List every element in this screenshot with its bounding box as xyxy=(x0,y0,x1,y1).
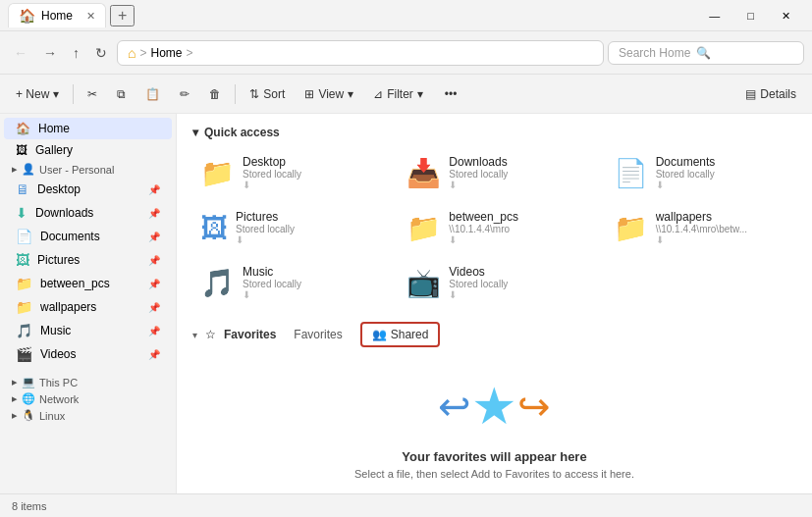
qa-item-info: wallpapers \\10.1.4.4\mro\betw... ⬇ xyxy=(656,210,788,245)
paste-button[interactable]: 📋 xyxy=(137,83,168,105)
refresh-button[interactable]: ↻ xyxy=(89,41,113,65)
sidebar-item-home[interactable]: 🏠 Home xyxy=(4,118,172,139)
qa-item-videos[interactable]: 📺 Videos Stored locally ⬇ xyxy=(399,259,589,306)
fav-arrow-right-icon: ↪ xyxy=(517,384,551,429)
qa-item-documents[interactable]: 📄 Documents Stored locally ⬇ xyxy=(606,149,796,196)
sidebar-item-videos[interactable]: 🎬Videos📌 xyxy=(4,342,172,366)
fav-expand-icon: ▾ xyxy=(192,330,197,340)
sidebar-item-icon: 📁 xyxy=(16,276,32,291)
details-button[interactable]: ▤ Details xyxy=(737,83,804,105)
pin-icon: 📌 xyxy=(148,232,160,242)
sidebar-item-label: between_pcs xyxy=(40,277,110,290)
view-arrow: ▾ xyxy=(348,87,353,101)
qa-item-music[interactable]: 🎵 Music Stored locally ⬇ xyxy=(192,259,383,306)
tab-home[interactable]: 🏠 Home ✕ xyxy=(8,3,106,27)
search-box[interactable]: Search Home 🔍 xyxy=(608,41,804,65)
qa-item-arrow: ⬇ xyxy=(656,234,788,245)
address-box[interactable]: ⌂ > Home > xyxy=(117,40,604,66)
copy-icon: ⧉ xyxy=(117,87,126,101)
qa-folder-icon: 📁 xyxy=(614,212,648,244)
sidebar-item-icon: 📁 xyxy=(16,299,32,315)
pin-icon: 📌 xyxy=(148,279,160,289)
copy-button[interactable]: ⧉ xyxy=(109,83,134,105)
favorites-section-label: Favorites xyxy=(224,328,276,341)
qa-item-name: between_pcs xyxy=(449,210,581,224)
filter-button[interactable]: ⊿ Filter ▾ xyxy=(365,83,431,105)
sidebar-item-icon: ⬇ xyxy=(16,205,27,221)
delete-button[interactable]: 🗑 xyxy=(201,83,229,105)
qa-item-pictures[interactable]: 🖼 Pictures Stored locally ⬇ xyxy=(192,204,383,251)
favorites-empty-title: Your favorites will appear here xyxy=(402,449,586,464)
qa-item-between_pcs[interactable]: 📁 between_pcs \\10.1.4.4\mro ⬇ xyxy=(399,204,589,251)
qa-item-arrow: ⬇ xyxy=(449,234,581,245)
minimize-button[interactable]: — xyxy=(695,0,733,31)
view-label: View xyxy=(318,87,344,101)
sidebar-item-wallpapers[interactable]: 📁wallpapers📌 xyxy=(4,295,172,319)
tab-favorites[interactable]: Favorites xyxy=(284,324,352,345)
tab-label: Home xyxy=(41,9,73,23)
qa-item-info: Desktop Stored locally ⬇ xyxy=(243,155,375,190)
gallery-icon: 🖼 xyxy=(16,143,27,157)
sidebar-linux-header[interactable]: ▸ 🐧 Linux xyxy=(0,407,176,424)
qa-item-name: Pictures xyxy=(236,210,375,224)
tab-close-button[interactable]: ✕ xyxy=(86,10,95,23)
new-button[interactable]: + New ▾ xyxy=(8,83,67,105)
linux-expand-icon: ▸ xyxy=(12,409,18,422)
qa-item-info: Music Stored locally ⬇ xyxy=(243,265,375,300)
sidebar-network-label: Network xyxy=(39,393,79,405)
sidebar-item-desktop[interactable]: 🖥Desktop📌 xyxy=(4,178,172,201)
qa-item-arrow: ⬇ xyxy=(449,180,581,190)
sidebar-thispc-header[interactable]: ▸ 💻 This PC xyxy=(0,374,176,390)
new-tab-button[interactable]: + xyxy=(110,5,135,26)
sort-button[interactable]: ⇅ Sort xyxy=(242,83,293,105)
tab-shared[interactable]: 👥 Shared xyxy=(360,322,441,347)
sidebar-item-pictures[interactable]: 🖼Pictures📌 xyxy=(4,248,172,272)
qa-item-name: Videos xyxy=(449,265,581,279)
close-button[interactable]: ✕ xyxy=(768,0,804,31)
qa-item-info: Videos Stored locally ⬇ xyxy=(449,265,581,300)
sidebar-item-downloads[interactable]: ⬇Downloads📌 xyxy=(4,201,172,225)
cut-button[interactable]: ✂ xyxy=(80,83,105,105)
forward-button[interactable]: → xyxy=(37,41,63,65)
thispc-expand-icon: ▸ xyxy=(12,376,18,388)
qa-folder-icon: 📁 xyxy=(200,157,235,189)
qa-item-downloads[interactable]: 📥 Downloads Stored locally ⬇ xyxy=(399,149,589,196)
delete-icon: 🗑 xyxy=(209,87,221,101)
rename-button[interactable]: ✏ xyxy=(172,83,197,105)
sort-icon: ⇅ xyxy=(249,87,259,101)
qa-item-name: Documents xyxy=(656,155,788,169)
sidebar-item-between_pcs[interactable]: 📁between_pcs📌 xyxy=(4,272,172,295)
up-button[interactable]: ↑ xyxy=(67,41,85,65)
back-button[interactable]: ← xyxy=(8,41,33,65)
home-tab-icon: 🏠 xyxy=(19,8,35,24)
sidebar-item-icon: 🖥 xyxy=(16,181,29,197)
tab-shared-label: Shared xyxy=(391,328,429,341)
address-path: Home xyxy=(150,46,182,60)
sidebar-item-gallery[interactable]: 🖼 Gallery xyxy=(4,139,172,161)
network-expand-icon: ▸ xyxy=(12,392,18,405)
pin-icon: 📌 xyxy=(148,184,160,195)
sidebar-user-header[interactable]: ▸ 👤 User - Personal xyxy=(0,161,176,178)
linux-icon: 🐧 xyxy=(22,409,35,422)
sidebar-item-music[interactable]: 🎵Music📌 xyxy=(4,319,172,342)
qa-item-sub: \\10.1.4.4\mro xyxy=(449,224,581,234)
qa-item-wallpapers[interactable]: 📁 wallpapers \\10.1.4.4\mro\betw... ⬇ xyxy=(606,204,796,251)
qa-item-desktop[interactable]: 📁 Desktop Stored locally ⬇ xyxy=(192,149,383,196)
window-controls: — □ ✕ xyxy=(695,0,804,31)
sidebar-item-label: Pictures xyxy=(37,253,80,267)
sidebar-item-label: Music xyxy=(40,324,71,337)
sidebar-user-label: User - Personal xyxy=(39,164,114,176)
qa-item-sub: Stored locally xyxy=(449,169,581,180)
sidebar-item-documents[interactable]: 📄Documents📌 xyxy=(4,225,172,248)
view-button[interactable]: ⊞ View ▾ xyxy=(297,83,361,105)
home-icon: 🏠 xyxy=(16,122,30,135)
more-button[interactable]: ••• xyxy=(437,83,465,105)
qa-item-name: Music xyxy=(243,265,375,279)
address-sep2: > xyxy=(187,46,193,60)
maximize-button[interactable]: □ xyxy=(733,0,768,31)
qa-item-sub: Stored locally xyxy=(243,279,375,289)
quick-access-header[interactable]: ▾ Quick access xyxy=(192,126,796,139)
sidebar-network-header[interactable]: ▸ 🌐 Network xyxy=(0,390,176,407)
qa-folder-icon: 📥 xyxy=(406,157,441,189)
titlebar: 🏠 Home ✕ + — □ ✕ xyxy=(0,0,812,31)
